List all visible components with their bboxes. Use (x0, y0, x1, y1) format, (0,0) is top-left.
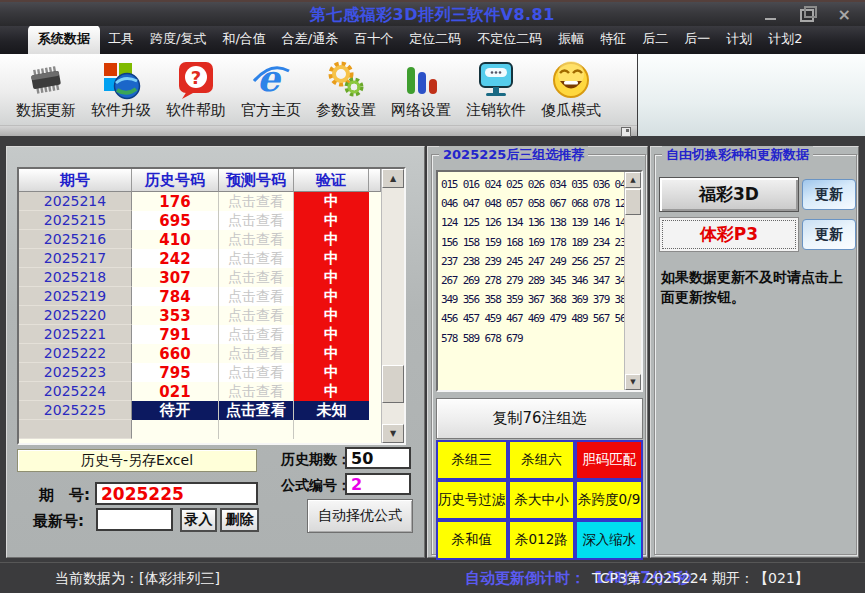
menu-tab[interactable]: 百十个 (346, 26, 401, 54)
toolbar-item[interactable]: 注销软件 (460, 59, 532, 120)
svg-text:?: ? (191, 67, 201, 88)
table-row[interactable]: 2025220353点击查看中 (19, 306, 404, 325)
fc3d-button[interactable]: 福彩3D (659, 177, 799, 212)
expand-toolbar-icon[interactable] (621, 127, 631, 137)
update-fc3d-button[interactable]: 更新 (802, 179, 856, 210)
toolbar-item-label: 注销软件 (466, 101, 526, 120)
filter-button[interactable]: 杀012路 (508, 520, 576, 560)
cell-pred[interactable]: 点击查看 (219, 249, 294, 268)
recommend-scrollbar[interactable]: ▲ ▼ (624, 172, 641, 390)
menu-tab[interactable]: 定位二码 (401, 26, 469, 54)
cell-pred[interactable]: 点击查看 (219, 325, 294, 344)
smiley-icon (549, 59, 593, 101)
filter-button[interactable]: 胆码匹配 (575, 440, 643, 480)
table-row[interactable]: 2025216410点击查看中 (19, 230, 404, 249)
table-row[interactable]: 2025219784点击查看中 (19, 287, 404, 306)
menu-tab[interactable]: 特征 (592, 26, 634, 54)
menu-tab[interactable]: 和/合值 (214, 26, 273, 54)
filter-button[interactable]: 杀组六 (508, 440, 576, 480)
cell-pred[interactable]: 点击查看 (219, 306, 294, 325)
recommend-line: 456 457 459 467 469 479 489 567 568 (441, 309, 624, 328)
cell-pred[interactable]: 点击查看 (219, 192, 294, 211)
toolbar-item[interactable]: 软件升级 (85, 59, 157, 120)
table-row[interactable]: 2025225待开点击查看未知 (19, 401, 404, 420)
filter-button[interactable]: 历史号过滤 (436, 480, 508, 520)
latest-result-status: TCP3第 2025224 期开：【021】 (592, 570, 809, 588)
table-row[interactable]: 2025224021点击查看中 (19, 382, 404, 401)
recommend-numbers-box[interactable]: 015 016 024 025 026 034 035 036 045046 0… (436, 170, 643, 392)
history-count-input[interactable] (345, 447, 411, 469)
cell-pred[interactable]: 点击查看 (219, 268, 294, 287)
filter-button[interactable]: 深入缩水 (575, 520, 643, 560)
window-controls: × (765, 2, 851, 28)
toolbar-item-label: 参数设置 (316, 101, 376, 120)
period-input[interactable] (95, 482, 258, 505)
filter-button[interactable]: 杀组三 (436, 440, 508, 480)
menu-tab[interactable]: 振幅 (550, 26, 592, 54)
table-row[interactable]: 2025222660点击查看中 (19, 344, 404, 363)
cell-period: 2025223 (19, 363, 132, 382)
toolbar-item[interactable]: 参数设置 (310, 59, 382, 120)
cell-pred[interactable]: 点击查看 (219, 211, 294, 230)
scroll-up-icon[interactable]: ▲ (625, 172, 641, 188)
window-title: 第七感福彩3D排列三软件V8.81 (0, 5, 865, 26)
close-icon[interactable]: × (838, 7, 851, 23)
cell-pred[interactable]: 点击查看 (219, 363, 294, 382)
toolbar-item[interactable]: 数据更新 (10, 59, 82, 120)
cell-pred[interactable]: 点击查看 (219, 401, 294, 420)
menu-tab[interactable]: 计划2 (760, 26, 810, 54)
cell-filler (369, 211, 381, 230)
table-row[interactable]: 2025221791点击查看中 (19, 325, 404, 344)
menu-tab[interactable]: 后一 (676, 26, 718, 54)
menu-tab[interactable]: 工具 (100, 26, 142, 54)
filter-button[interactable]: 杀跨度0/9 (575, 480, 643, 520)
toolbar-item[interactable]: 网络设置 (385, 59, 457, 120)
menu-tab[interactable]: 系统数据 (28, 26, 100, 54)
tcp3-button[interactable]: 体彩P3 (659, 217, 799, 252)
table-row[interactable]: 2025214176点击查看中 (19, 192, 404, 211)
formula-input[interactable] (345, 473, 411, 495)
copy-groups-button[interactable]: 复制76注组选 (436, 398, 643, 439)
cell-pred[interactable]: 点击查看 (219, 344, 294, 363)
cell-pred[interactable]: 点击查看 (219, 382, 294, 401)
table-row[interactable]: 2025215695点击查看中 (19, 211, 404, 230)
menu-tab[interactable]: 后二 (634, 26, 676, 54)
filter-button[interactable]: 杀和值 (436, 520, 508, 560)
filter-button-grid: 杀组三杀组六胆码匹配历史号过滤杀大中小杀跨度0/9杀和值杀012路深入缩水 (436, 440, 643, 560)
enter-button[interactable]: 录入 (180, 508, 217, 532)
export-excel-button[interactable]: 历史号-另存Excel (17, 449, 257, 472)
cell-pred[interactable]: 点击查看 (219, 230, 294, 249)
cell-period: 2025220 (19, 306, 132, 325)
menu-tab[interactable]: 不定位二码 (469, 26, 550, 54)
table-row[interactable]: 2025217242点击查看中 (19, 249, 404, 268)
update-tcp3-button[interactable]: 更新 (802, 219, 856, 250)
scroll-up-icon[interactable]: ▲ (382, 169, 404, 188)
latest-number-input[interactable] (96, 508, 173, 531)
restore-icon[interactable] (800, 9, 814, 22)
minimize-icon[interactable] (765, 10, 776, 20)
menu-bar: 系统数据工具跨度/复式和/合值合差/通杀百十个定位二码不定位二码振幅特征后二后一… (0, 26, 865, 54)
table-row[interactable]: 2025223795点击查看中 (19, 363, 404, 382)
cell-hist: 784 (132, 287, 219, 306)
cell-hist: 242 (132, 249, 219, 268)
help-icon: ? (174, 59, 218, 101)
table-scrollbar[interactable]: ▲ ▼ (381, 169, 404, 443)
menu-tab[interactable]: 合差/通杀 (274, 26, 346, 54)
scrollbar-thumb[interactable] (625, 189, 641, 215)
auto-formula-button[interactable]: 自动择优公式 (307, 499, 413, 533)
menu-tab[interactable]: 跨度/复式 (142, 26, 214, 54)
table-row[interactable]: 2025218307点击查看中 (19, 268, 404, 287)
delete-button[interactable]: 删除 (220, 508, 259, 532)
toolbar-item[interactable]: ?软件帮助 (160, 59, 232, 120)
header-history: 历史号码 (132, 169, 219, 192)
cell-pred[interactable]: 点击查看 (219, 287, 294, 306)
filter-button[interactable]: 杀大中小 (508, 480, 576, 520)
menu-tab[interactable]: 计划 (718, 26, 760, 54)
history-count-label: 历史期数： (281, 451, 351, 469)
toolbar-item[interactable]: e官方主页 (235, 59, 307, 120)
scroll-down-icon[interactable]: ▼ (382, 424, 404, 443)
cell-filler (369, 325, 381, 344)
toolbar-item[interactable]: 傻瓜模式 (535, 59, 607, 120)
scrollbar-thumb[interactable] (382, 365, 404, 403)
scroll-down-icon[interactable]: ▼ (625, 374, 641, 390)
